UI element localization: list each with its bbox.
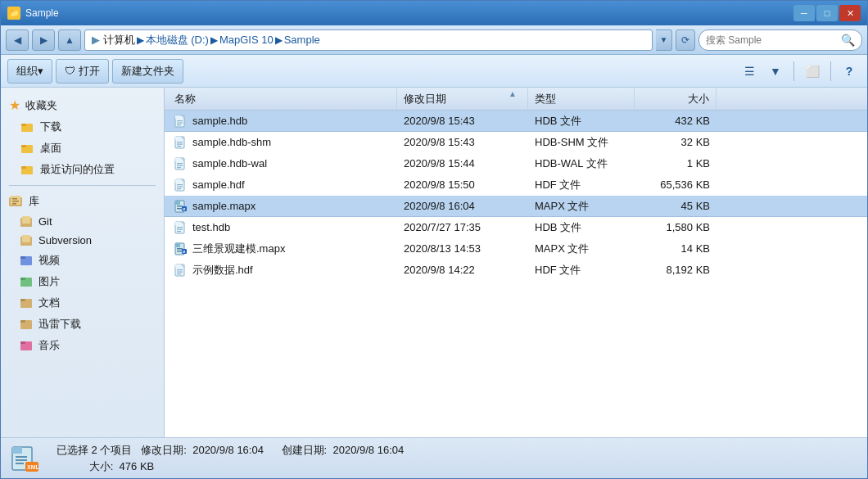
address-dropdown-button[interactable]: ▼ <box>656 29 672 51</box>
status-line-1: 已选择 2 个项目 修改日期: 2020/9/8 16:04 创建日期: 202… <box>57 443 404 458</box>
sidebar-item-documents[interactable]: 文档 <box>1 292 164 314</box>
organize-button[interactable]: 组织▾ <box>7 59 52 84</box>
search-input[interactable] <box>706 34 838 46</box>
file-name-cell: sample.hdf <box>168 178 397 192</box>
created-date-label: 创建日期: <box>282 444 328 456</box>
file-size-cell: 1,580 KB <box>635 221 717 233</box>
svg-rect-69 <box>175 264 181 268</box>
content-area: ★ 收藏夹 下载 桌面 <box>1 88 867 437</box>
sidebar-recent-label: 最近访问的位置 <box>40 162 115 177</box>
svg-rect-42 <box>177 167 181 168</box>
file-size-cell: 65,536 KB <box>635 178 717 191</box>
sidebar-item-downloads[interactable]: 下载 <box>1 116 164 138</box>
sidebar-item-subversion[interactable]: Subversion <box>1 231 164 250</box>
search-box: 🔍 <box>698 29 862 51</box>
breadcrumb: 计算机 <box>103 33 135 47</box>
file-type-cell: HDF 文件 <box>528 263 635 278</box>
back-button[interactable]: ◀ <box>6 29 29 51</box>
sidebar-library-label: 库 <box>29 194 39 209</box>
svg-rect-46 <box>177 184 183 185</box>
sidebar-pictures-label: 图片 <box>38 274 60 289</box>
svg-rect-35 <box>177 143 183 144</box>
toolbar: 组织▾ 🛡 打开 新建文件夹 ☰ ▼ ⬜ ? <box>1 55 867 88</box>
svg-rect-24 <box>20 341 25 344</box>
file-list: sample.hdb 2020/9/8 15:43 HDB 文件 432 KB … <box>165 111 867 437</box>
sidebar-library-section: 库 Git Subversion <box>1 191 164 356</box>
file-size-cell: 1 KB <box>635 157 717 169</box>
svg-rect-33 <box>175 137 181 140</box>
sidebar-item-video[interactable]: 视频 <box>1 250 164 271</box>
file-icon <box>174 115 188 128</box>
refresh-button[interactable]: ⟳ <box>676 29 695 51</box>
file-size-cell: 8,192 KB <box>635 264 717 276</box>
file-name-cell: sample.hdb-shm <box>168 136 397 149</box>
toolbar-right: ☰ ▼ ⬜ ? <box>738 61 861 82</box>
svg-rect-22 <box>20 320 25 323</box>
close-button[interactable]: ✕ <box>839 5 861 21</box>
address-path[interactable]: ▶ 计算机 ▶ 本地磁盘 (D:) ▶ MapGIS 10 ▶ Sample <box>84 29 653 51</box>
sidebar-item-thunderdownload[interactable]: 迅雷下载 <box>1 314 164 335</box>
sidebar-downloads-label: 下载 <box>40 120 61 134</box>
sidebar-item-music[interactable]: 音乐 <box>1 335 164 356</box>
preview-button[interactable]: ⬜ <box>801 61 824 82</box>
col-header-size[interactable]: 大小 <box>635 88 717 110</box>
file-icon: M <box>174 200 188 213</box>
table-row[interactable]: 示例数据.hdf 2020/9/8 14:22 HDF 文件 8,192 KB <box>165 260 867 281</box>
sidebar-item-pictures[interactable]: 图片 <box>1 271 164 292</box>
breadcrumb-disk: 本地磁盘 (D:) <box>146 33 209 47</box>
sidebar-favorites-section: ★ 收藏夹 下载 桌面 <box>1 94 164 180</box>
file-icon: M <box>174 242 188 255</box>
help-button[interactable]: ? <box>838 61 861 82</box>
minimize-button[interactable]: ─ <box>793 5 815 21</box>
sidebar-item-desktop[interactable]: 桌面 <box>1 138 164 159</box>
maximize-button[interactable]: □ <box>816 5 838 21</box>
search-icon: 🔍 <box>841 34 855 47</box>
svg-rect-40 <box>177 163 183 164</box>
table-row[interactable]: M 三维景观建模.mapx 2020/8/13 14:53 MAPX 文件 14… <box>165 238 867 260</box>
breadcrumb-sample: Sample <box>284 34 320 46</box>
table-row[interactable]: M sample.mapx 2020/9/8 16:04 MAPX 文件 45 … <box>165 196 867 217</box>
sidebar-git-label: Git <box>38 215 52 228</box>
file-size-cell: 45 KB <box>635 200 717 212</box>
sidebar-thunderdownload-label: 迅雷下载 <box>38 317 81 332</box>
toolbar-separator <box>793 61 794 81</box>
svg-rect-14 <box>22 235 30 242</box>
col-header-name[interactable]: 名称 <box>168 88 397 110</box>
svg-rect-60 <box>177 231 181 232</box>
table-row[interactable]: sample.hdf 2020/9/8 15:50 HDF 文件 65,536 … <box>165 174 867 196</box>
file-name-cell: M sample.mapx <box>168 200 397 213</box>
table-row[interactable]: sample.hdb 2020/9/8 15:43 HDB 文件 432 KB <box>165 111 867 132</box>
sidebar-desktop-label: 桌面 <box>40 141 61 156</box>
subversion-icon <box>20 235 34 246</box>
svg-rect-50 <box>175 201 180 205</box>
svg-rect-1 <box>21 124 26 126</box>
file-date-cell: 2020/9/8 15:44 <box>397 157 528 169</box>
status-line-2: 大小: 476 KB <box>57 459 404 474</box>
sidebar-library-header[interactable]: 库 <box>1 191 164 212</box>
svg-rect-10 <box>12 203 16 205</box>
file-size-cell: 32 KB <box>635 136 717 148</box>
table-row[interactable]: sample.hdb-shm 2020/9/8 15:43 HDB-SHM 文件… <box>165 132 867 153</box>
table-row[interactable]: sample.hdb-wal 2020/9/8 15:44 HDB-WAL 文件… <box>165 153 867 174</box>
svg-rect-74 <box>12 447 22 454</box>
open-button[interactable]: 🛡 打开 <box>56 59 109 84</box>
svg-rect-29 <box>177 122 183 123</box>
folder-icon <box>20 164 35 175</box>
sidebar-favorites-header[interactable]: ★ 收藏夹 <box>1 94 164 116</box>
svg-rect-28 <box>177 120 183 121</box>
svg-rect-30 <box>177 124 181 125</box>
table-row[interactable]: test.hdb 2020/7/27 17:35 HDB 文件 1,580 KB <box>165 217 867 238</box>
sidebar: ★ 收藏夹 下载 桌面 <box>1 88 165 437</box>
sidebar-item-git[interactable]: Git <box>1 212 164 231</box>
new-folder-button[interactable]: 新建文件夹 <box>112 59 183 84</box>
toolbar-separator-2 <box>830 61 831 81</box>
library-icon <box>9 196 24 207</box>
view-details-button[interactable]: ☰ <box>738 61 761 82</box>
forward-button[interactable]: ▶ <box>32 29 55 51</box>
sidebar-item-recent[interactable]: 最近访问的位置 <box>1 159 164 180</box>
col-header-type[interactable]: 类型 <box>528 88 635 110</box>
view-dropdown-button[interactable]: ▼ <box>764 61 787 82</box>
file-name-cell: sample.hdb <box>168 115 397 128</box>
up-button[interactable]: ▲ <box>58 29 81 51</box>
file-name: 示例数据.hdf <box>192 263 253 278</box>
